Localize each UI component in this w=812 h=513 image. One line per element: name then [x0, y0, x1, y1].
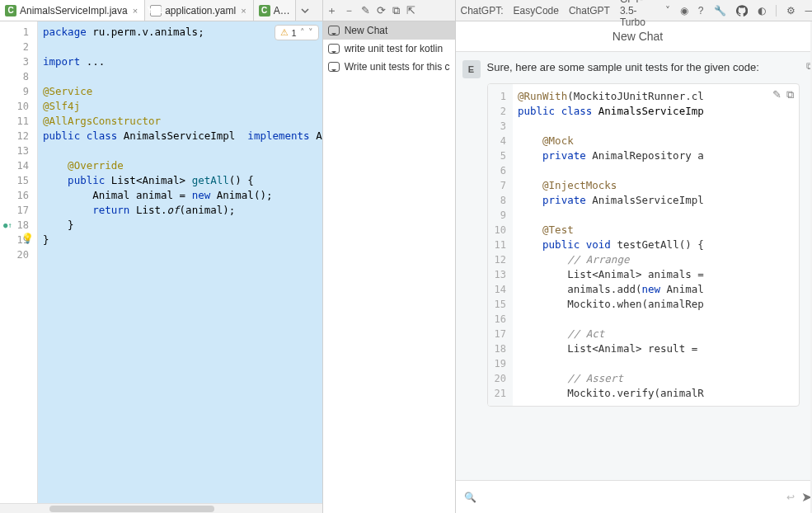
- minimize-icon[interactable]: —: [805, 5, 812, 16]
- close-icon[interactable]: ×: [239, 6, 247, 16]
- history-toolbar: ＋ － ✎ ⟳ ⧉ ⇱: [323, 0, 455, 21]
- tab-label: application.yaml: [165, 5, 236, 16]
- tab-application-yaml[interactable]: YML application.yaml ×: [145, 0, 253, 21]
- provider-easycode[interactable]: EasyCode: [514, 5, 559, 16]
- help-icon[interactable]: ?: [698, 5, 704, 16]
- chat-toolbar: ChatGPT: EasyCode ChatGPT GPT-3.5-Turbo …: [456, 0, 812, 21]
- intention-bulb-icon[interactable]: 💡: [21, 231, 34, 246]
- editor-gutter: 123891011121314151617181920●↑💡: [0, 21, 38, 503]
- search-icon: 🔍: [464, 492, 476, 503]
- java-class-icon: C: [259, 5, 270, 16]
- code-block: ✎ ⧉ 123456789101112131415161718192021 @R…: [487, 83, 800, 407]
- java-class-icon: C: [5, 5, 16, 16]
- add-icon[interactable]: ＋: [326, 3, 337, 18]
- chat-title: New Chat: [456, 21, 812, 52]
- wrench-icon[interactable]: 🔧: [714, 5, 726, 16]
- chat-bubble-icon: [328, 44, 340, 54]
- code-content[interactable]: package ru.perm.v.animals; import ... @S…: [38, 21, 322, 503]
- app-root: C AnimalsServiceImpl.java × YML applicat…: [0, 0, 812, 513]
- chat-body: E Sure, here are some sample unit tests …: [456, 52, 812, 480]
- popout-icon[interactable]: ⇱: [406, 4, 415, 16]
- tab-label: AnimalsServiceImpl.java: [20, 5, 128, 16]
- moon-icon[interactable]: ◐: [758, 5, 766, 16]
- divider: [776, 5, 777, 16]
- gear-icon[interactable]: ⚙: [786, 5, 796, 16]
- message-content: Sure, here are some sample unit tests fo…: [487, 60, 800, 407]
- chevron-down-icon[interactable]: ˅: [665, 5, 670, 16]
- github-icon[interactable]: [736, 5, 748, 16]
- chat-input-bar: 🔍 ↩ ➤: [456, 480, 812, 513]
- editor-tabs: C AnimalsServiceImpl.java × YML applicat…: [0, 0, 322, 21]
- editor-horizontal-scrollbar[interactable]: [0, 503, 322, 513]
- chat-bubble-icon: [328, 62, 340, 72]
- bookmark-icon[interactable]: ⧉: [392, 4, 400, 17]
- close-icon[interactable]: ×: [131, 6, 139, 16]
- inspections-widget[interactable]: ⚠ 1 ˄ ˅: [275, 25, 319, 40]
- history-label: write unit test for kotlin: [345, 43, 443, 54]
- history-label: New Chat: [345, 25, 388, 36]
- tab-animals-service[interactable]: C AnimalsServiceImpl.java ×: [0, 0, 145, 21]
- undo-icon[interactable]: ↩: [786, 492, 795, 503]
- history-item[interactable]: write unit test for kotlin: [323, 40, 455, 58]
- chevron-up-icon[interactable]: ˄: [300, 27, 305, 38]
- chat-bubble-icon: [328, 26, 340, 35]
- copy-code-icon[interactable]: ⧉: [786, 87, 794, 102]
- code-editor[interactable]: ⚠ 1 ˄ ˅ 123891011121314151617181920●↑💡 p…: [0, 21, 322, 503]
- refresh-icon[interactable]: ⟳: [377, 4, 386, 16]
- chevron-down-icon[interactable]: ˅: [308, 27, 313, 38]
- assistant-avatar-icon: E: [462, 60, 481, 78]
- history-item-new-chat[interactable]: New Chat: [323, 21, 455, 40]
- tabs-dropdown[interactable]: [296, 7, 314, 15]
- implements-gutter-icon[interactable]: ●↑: [3, 218, 12, 233]
- tab-label: A…: [274, 5, 290, 16]
- remove-icon[interactable]: －: [344, 3, 354, 18]
- yaml-icon: YML: [150, 5, 162, 16]
- tab-truncated[interactable]: C A…: [254, 0, 296, 21]
- history-item[interactable]: Write unit tests for this c: [323, 58, 455, 76]
- eye-icon[interactable]: ◉: [680, 5, 688, 16]
- code-block-content[interactable]: @RunWith(MockitoJUnitRunner.cl public cl…: [513, 84, 704, 406]
- brand-label: ChatGPT:: [461, 5, 504, 16]
- message-text: Sure, here are some sample unit tests fo…: [487, 60, 800, 75]
- history-list: New Chat write unit test for kotlin Writ…: [323, 21, 455, 76]
- warning-count: 1: [292, 28, 297, 38]
- assistant-message: E Sure, here are some sample unit tests …: [462, 60, 812, 407]
- edit-icon[interactable]: ✎: [361, 4, 370, 16]
- chat-history-pane: ＋ － ✎ ⟳ ⧉ ⇱ New Chat write unit test for…: [323, 0, 456, 513]
- code-block-gutter: 123456789101112131415161718192021: [488, 84, 513, 406]
- provider-chatgpt[interactable]: ChatGPT: [569, 5, 610, 16]
- chat-input[interactable]: [483, 487, 780, 507]
- history-label: Write unit tests for this c: [345, 61, 450, 73]
- warning-icon: ⚠: [280, 27, 289, 38]
- code-block-tools: ✎ ⧉: [772, 87, 794, 102]
- chat-pane: ChatGPT: EasyCode ChatGPT GPT-3.5-Turbo …: [456, 0, 812, 513]
- edit-code-icon[interactable]: ✎: [772, 87, 781, 102]
- editor-pane: C AnimalsServiceImpl.java × YML applicat…: [0, 0, 323, 513]
